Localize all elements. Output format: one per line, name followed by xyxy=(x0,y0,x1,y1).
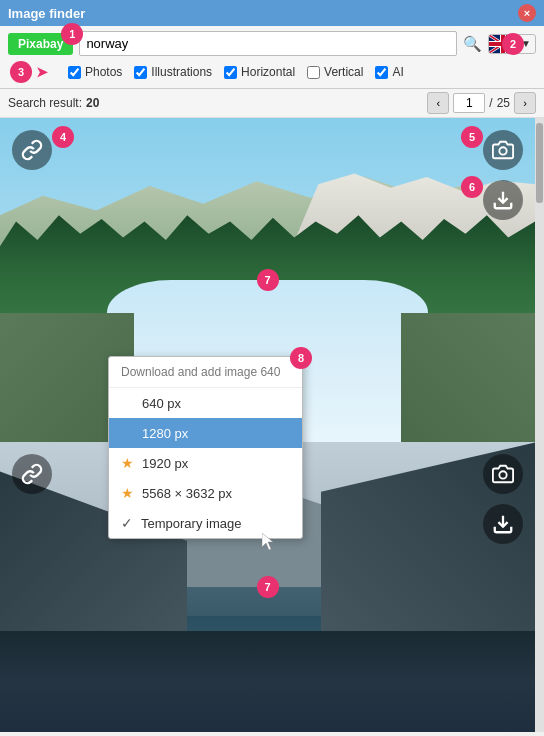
right-bank xyxy=(401,313,535,443)
camera-icon-2 xyxy=(492,463,514,485)
images-area: 4 5 6 7 Download and xyxy=(0,118,544,732)
dropdown-item-1920[interactable]: ★ 1920 px xyxy=(109,448,302,478)
link-button-1[interactable] xyxy=(12,130,52,170)
horizontal-label: Horizontal xyxy=(241,65,295,79)
dropdown-label-1280: 1280 px xyxy=(142,426,188,441)
dropdown-item-1280[interactable]: ★ 1280 px xyxy=(109,418,302,448)
svg-rect-8 xyxy=(489,42,517,46)
photos-checkbox[interactable] xyxy=(68,66,81,79)
illustrations-checkbox[interactable] xyxy=(134,66,147,79)
status-row: Search result: 20 ‹ / 25 › xyxy=(0,89,544,118)
dropdown-label-1920: 1920 px xyxy=(142,456,188,471)
camera-button-1[interactable] xyxy=(483,130,523,170)
title-bar: Image finder × xyxy=(0,0,544,26)
toolbar: Pixabay 1 🔍 ▼ 2 xyxy=(0,26,544,89)
camera-icon-1 xyxy=(492,139,514,161)
total-pages: 25 xyxy=(497,96,510,110)
pixabay-button[interactable]: Pixabay xyxy=(8,33,73,55)
dropdown-header: Download and add image 640 xyxy=(109,357,302,388)
photos-label: Photos xyxy=(85,65,122,79)
prev-icon: ‹ xyxy=(436,97,440,109)
vertical-label: Vertical xyxy=(324,65,363,79)
next-icon: › xyxy=(523,97,527,109)
search-input[interactable] xyxy=(79,31,457,56)
download-icon-1 xyxy=(492,189,514,211)
uk-flag-icon xyxy=(489,35,517,53)
scrollbar[interactable] xyxy=(535,118,544,732)
next-page-button[interactable]: › xyxy=(514,92,536,114)
scroll-thumb[interactable] xyxy=(536,123,543,203)
dropdown-item-640[interactable]: ★ 640 px xyxy=(109,388,302,418)
check-icon-temporary: ✓ xyxy=(121,515,133,531)
dropdown-label-640: 640 px xyxy=(142,396,181,411)
result-count: 20 xyxy=(86,96,99,110)
dropdown-menu: Download and add image 640 ★ 640 px ★ 12… xyxy=(108,356,303,539)
page-input[interactable] xyxy=(453,93,485,113)
download-button-1[interactable] xyxy=(483,180,523,220)
svg-point-9 xyxy=(499,147,506,154)
search-icon: 🔍 xyxy=(463,35,482,52)
svg-point-12 xyxy=(499,472,506,479)
badge-3: 3 xyxy=(10,61,32,83)
illustrations-label: Illustrations xyxy=(151,65,212,79)
filter-vertical[interactable]: Vertical xyxy=(307,65,363,79)
filter-row: 3 ➤ Photos Illustrations Horizontal Vert… xyxy=(8,61,536,83)
search-result-label: Search result: xyxy=(8,96,82,110)
search-row: Pixabay 1 🔍 ▼ 2 xyxy=(8,31,536,56)
ai-checkbox[interactable] xyxy=(375,66,388,79)
filter-illustrations[interactable]: Illustrations xyxy=(134,65,212,79)
star-icon-1920: ★ xyxy=(121,455,134,471)
language-selector[interactable]: ▼ xyxy=(488,34,536,54)
page-separator: / xyxy=(489,96,492,110)
filter-horizontal[interactable]: Horizontal xyxy=(224,65,295,79)
arrow-indicator: ➤ xyxy=(36,64,48,80)
horizontal-checkbox[interactable] xyxy=(224,66,237,79)
close-button[interactable]: × xyxy=(518,4,536,22)
link-icon-2 xyxy=(21,463,43,485)
download-icon-2 xyxy=(492,513,514,535)
window-title: Image finder xyxy=(8,6,85,21)
fjord-water-layer xyxy=(0,631,535,732)
filter-ai[interactable]: AI xyxy=(375,65,403,79)
vertical-checkbox[interactable] xyxy=(307,66,320,79)
ai-label: AI xyxy=(392,65,403,79)
filter-photos[interactable]: Photos xyxy=(68,65,122,79)
dropdown-item-5568[interactable]: ★ 5568 × 3632 px xyxy=(109,478,302,508)
dropdown-item-temporary[interactable]: ✓ Temporary image xyxy=(109,508,302,538)
lang-arrow: ▼ xyxy=(517,36,535,51)
search-button[interactable]: 🔍 xyxy=(463,35,482,53)
dropdown-label-5568: 5568 × 3632 px xyxy=(142,486,232,501)
search-result-info: Search result: 20 xyxy=(8,96,99,110)
prev-page-button[interactable]: ‹ xyxy=(427,92,449,114)
star-icon-5568: ★ xyxy=(121,485,134,501)
pagination: ‹ / 25 › xyxy=(427,92,536,114)
link-icon-1 xyxy=(21,139,43,161)
dropdown-label-temporary: Temporary image xyxy=(141,516,241,531)
